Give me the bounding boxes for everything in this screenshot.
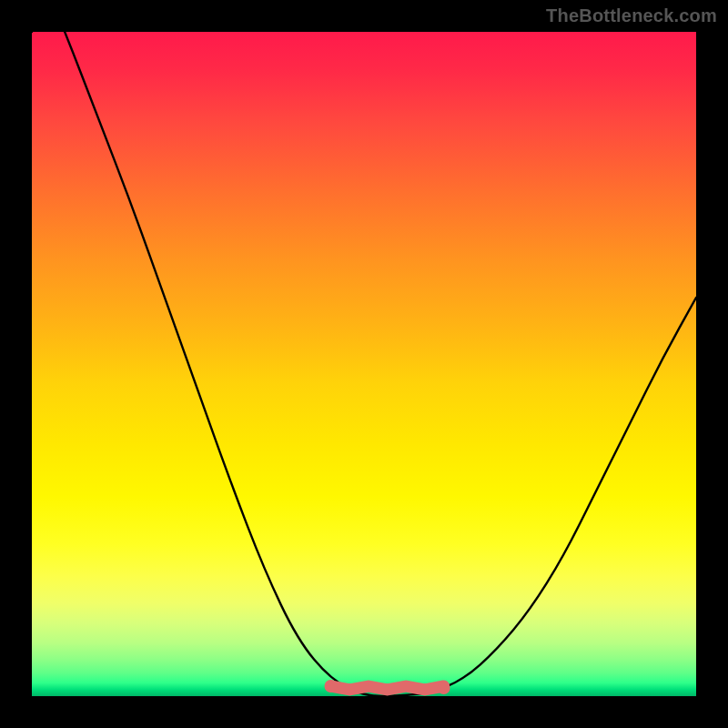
watermark-text: TheBottleneck.com	[546, 5, 717, 26]
highlight-dot-right	[438, 682, 450, 694]
plot-area	[32, 32, 696, 696]
highlight-dot-left	[325, 680, 338, 693]
bottleneck-curve	[32, 32, 696, 696]
curve-layer	[32, 32, 696, 696]
highlight-band	[331, 686, 444, 690]
bottleneck-chart: TheBottleneck.com	[0, 0, 728, 728]
